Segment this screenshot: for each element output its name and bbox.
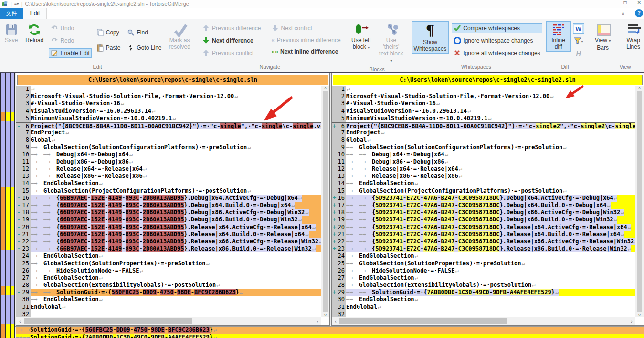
code-cell[interactable]: —→—→{66B97AEC-152E-4149-893C-2D80A13ABD9… xyxy=(31,224,321,231)
copy-button[interactable]: Copy xyxy=(95,28,123,37)
code-line[interactable]: 24—→EndGlobalSection↵ xyxy=(16,252,321,260)
code-cell[interactable]: —→—→{66B97AEC-152E-4149-893C-2D80A13ABD9… xyxy=(31,195,321,202)
code-cell[interactable]: —→—→{5D923741-E72C-47A6-B247-C3C0958718D… xyxy=(346,195,635,202)
code-cell[interactable]: —→GlobalSection(ProjectConfigurationPlat… xyxy=(31,187,321,195)
code-line[interactable]: 28—→GlobalSection(ExtensibilityGlobals)·… xyxy=(16,282,321,289)
code-line[interactable]: 2Microsoft·Visual·Studio·Solution·File,·… xyxy=(332,93,635,100)
next-conflict-button[interactable]: Next conflict xyxy=(270,23,343,33)
code-line[interactable]: +6Project("{8BC9CEB8-8B4A-11D0-8D11-00A0… xyxy=(332,122,635,129)
code-line[interactable]: -18—→—→{66B97AEC-152E-4149-893C-2D80A13A… xyxy=(16,209,321,216)
code-cell[interactable]: EndGlobal↵ xyxy=(346,304,635,311)
code-cell[interactable]: ↵ xyxy=(31,86,321,93)
code-cell[interactable]: —→—→{5D923741-E72C-47A6-B247-C3C0958718D… xyxy=(346,238,635,245)
code-cell[interactable]: MinimumVisualStudioVersion·=·10.0.40219.… xyxy=(346,115,635,122)
enable-edit-button[interactable]: Enable Edit xyxy=(49,48,91,58)
code-line[interactable]: 31EndGlobal↵ xyxy=(16,304,321,311)
code-cell[interactable]: —→EndGlobalSection↵ xyxy=(346,180,635,187)
right-code-view[interactable]: 1↵2Microsoft·Visual·Studio·Solution·File… xyxy=(332,86,635,317)
code-line[interactable]: +17—→—→{5D923741-E72C-47A6-B247-C3C09587… xyxy=(332,202,635,209)
code-line[interactable]: 15—→GlobalSection(ProjectConfigurationPl… xyxy=(332,187,635,195)
code-cell[interactable]: —→—→SolutionGuid·=·{7ABB0DB0-1C30-49C0-9… xyxy=(346,289,635,296)
code-line[interactable]: 31EndGlobal↵ xyxy=(332,304,635,311)
next-difference-button[interactable]: Next difference xyxy=(201,36,263,45)
code-line[interactable]: +16—→—→{5D923741-E72C-47A6-B247-C3C09587… xyxy=(332,195,635,202)
code-line[interactable]: 30—→EndGlobalSection↵ xyxy=(16,296,321,303)
code-cell[interactable]: —→—→SolutionGuid·=·{560FBC25-DD09-4750-9… xyxy=(31,289,321,296)
code-cell[interactable]: —→—→{66B97AEC-152E-4149-893C-2D80A13ABD9… xyxy=(31,209,321,216)
code-cell[interactable]: EndGlobal↵ xyxy=(31,304,321,311)
show-whitespaces-button[interactable]: ¶ ShowWhitespaces xyxy=(412,21,449,54)
code-cell[interactable]: —→—→{5D923741-E72C-47A6-B247-C3C0958718D… xyxy=(346,216,635,223)
code-line[interactable]: -22—→—→{66B97AEC-152E-4149-893C-2D80A13A… xyxy=(16,238,321,245)
code-line[interactable]: +18—→—→{5D923741-E72C-47A6-B247-C3C09587… xyxy=(332,209,635,216)
scroll-left-icon[interactable]: ‹ xyxy=(332,319,339,324)
help-icon[interactable]: ? xyxy=(635,9,643,17)
code-line[interactable]: 26—→—→HideSolutionNode·=·FALSE↵ xyxy=(332,267,635,274)
code-line[interactable]: -23—→—→{66B97AEC-152E-4149-893C-2D80A13A… xyxy=(16,245,321,252)
scrollbar-thumb[interactable] xyxy=(339,318,507,324)
scroll-down-icon[interactable]: ∨ xyxy=(638,313,641,317)
code-line[interactable]: 12—→—→Release|x64·=·Release|x64↵ xyxy=(16,165,321,173)
code-line[interactable]: 14—→EndGlobalSection↵ xyxy=(332,180,635,187)
code-cell[interactable]: —→GlobalSection(SolutionProperties)·=·pr… xyxy=(31,260,321,267)
code-cell[interactable] xyxy=(346,311,635,317)
use-left-block-button[interactable]: Use leftblock ▾ xyxy=(348,21,375,53)
use-theirs-text-block-button[interactable]: Use 'theirs'text block ▾ xyxy=(376,21,406,66)
code-line[interactable]: 13—→—→Release|x86·=·Release|x86↵ xyxy=(16,173,321,180)
code-line[interactable]: 1↵ xyxy=(332,86,635,93)
scroll-down-icon[interactable]: ∨ xyxy=(324,313,327,317)
locator-strip[interactable] xyxy=(0,73,5,338)
code-line[interactable]: -19—→—→{66B97AEC-152E-4149-893C-2D80A13A… xyxy=(16,216,321,223)
tab-edit[interactable]: Edit xyxy=(23,8,47,19)
scrollbar-thumb[interactable] xyxy=(323,91,328,312)
inline-diff-button[interactable]: Inlinediff xyxy=(546,21,571,52)
code-cell[interactable]: #·Visual·Studio·Version·16↵ xyxy=(346,100,635,107)
code-cell[interactable]: Microsoft·Visual·Studio·Solution·File,·F… xyxy=(346,93,635,100)
scroll-up-icon[interactable]: ∧ xyxy=(324,86,327,90)
filter-button[interactable]: ▾ xyxy=(573,36,584,46)
code-line[interactable]: +23—→—→{5D923741-E72C-47A6-B247-C3C09587… xyxy=(332,245,635,252)
code-line[interactable]: +29—→—→SolutionGuid·=·{7ABB0DB0-1C30-49C… xyxy=(332,289,635,296)
code-cell[interactable]: VisualStudioVersion·=·16.0.29613.14↵ xyxy=(346,108,635,115)
code-cell[interactable]: —→EndGlobalSection↵ xyxy=(31,296,321,303)
code-line[interactable]: +22—→—→{5D923741-E72C-47A6-B247-C3C09587… xyxy=(332,238,635,245)
code-cell[interactable]: —→—→{66B97AEC-152E-4149-893C-2D80A13ABD9… xyxy=(31,238,321,245)
code-cell[interactable]: EndProject↵ xyxy=(31,129,321,136)
code-cell[interactable]: EndProject↵ xyxy=(346,129,635,136)
code-cell[interactable] xyxy=(31,311,321,317)
code-line[interactable]: -21—→—→{66B97AEC-152E-4149-893C-2D80A13A… xyxy=(16,231,321,238)
ignore-whitespace-changes-button[interactable]: Ignore whitespace changes xyxy=(452,36,542,45)
code-line[interactable]: 9—→GlobalSection(SolutionConfigurationPl… xyxy=(16,144,321,151)
code-line[interactable]: 10—→—→Debug|x64·=·Debug|x64↵ xyxy=(16,151,321,158)
code-cell[interactable]: —→—→{66B97AEC-152E-4149-893C-2D80A13ABD9… xyxy=(31,216,321,223)
find-button[interactable]: Find xyxy=(125,28,163,37)
code-line[interactable]: 7EndProject↵ xyxy=(16,129,321,136)
minimize-button[interactable]: — xyxy=(609,0,613,5)
code-line[interactable]: 9—→GlobalSection(SolutionConfigurationPl… xyxy=(332,144,635,151)
right-horizontal-scrollbar[interactable]: ‹ › xyxy=(332,317,635,325)
compare-whitespaces-button[interactable]: Compare whitespaces xyxy=(452,23,542,33)
code-cell[interactable]: —→—→{66B97AEC-152E-4149-893C-2D80A13ABD9… xyxy=(31,202,321,209)
code-line[interactable]: 11—→—→Debug|x86·=·Debug|x86↵ xyxy=(332,158,635,165)
previous-difference-button[interactable]: Previous difference xyxy=(201,23,263,33)
code-line[interactable]: 30—→EndGlobalSection↵ xyxy=(332,296,635,303)
locator-strip[interactable] xyxy=(5,73,10,338)
code-cell[interactable]: —→—→Release|x86·=·Release|x86↵ xyxy=(346,173,635,180)
code-cell[interactable]: —→—→Debug|x86·=·Debug|x86↵ xyxy=(31,158,321,165)
code-line[interactable]: 27—→EndGlobalSection↵ xyxy=(332,274,635,282)
code-line[interactable]: 27—→EndGlobalSection↵ xyxy=(16,274,321,282)
code-line[interactable]: 32 xyxy=(16,311,321,317)
ignore-case-button[interactable]: H xyxy=(573,48,584,59)
code-cell[interactable]: —→—→Debug|x64·=·Debug|x64↵ xyxy=(346,151,635,158)
right-vertical-scrollbar[interactable]: ∧ ∨ xyxy=(635,86,644,317)
code-cell[interactable]: —→—→HideSolutionNode·=·FALSE↵ xyxy=(31,267,321,274)
code-cell[interactable]: —→EndGlobalSection↵ xyxy=(346,252,635,260)
word-diff-button[interactable]: W xyxy=(573,23,584,34)
code-cell[interactable]: —→EndGlobalSection↵ xyxy=(346,296,635,303)
code-cell[interactable]: —→EndGlobalSection↵ xyxy=(31,274,321,282)
goto-line-button[interactable]: Goto Line xyxy=(125,43,163,53)
scrollbar-thumb[interactable] xyxy=(24,318,192,324)
code-cell[interactable]: —→—→Release|x64·=·Release|x64↵ xyxy=(346,165,635,173)
code-cell[interactable]: —→GlobalSection(ExtensibilityGlobals)·=·… xyxy=(31,282,321,289)
code-cell[interactable]: Project("{8BC9CEB8-8B4A-11D0-8D11-00A0C9… xyxy=(346,123,635,129)
